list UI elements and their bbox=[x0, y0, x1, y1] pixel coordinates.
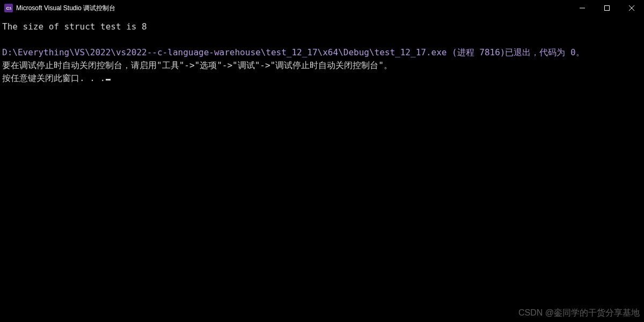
output-line: The size of struct test is 8 bbox=[2, 20, 642, 33]
cursor-icon bbox=[106, 79, 111, 80]
app-icon: C:\ bbox=[4, 4, 13, 12]
titlebar-left: C:\ Microsoft Visual Studio 调试控制台 bbox=[4, 4, 115, 13]
minimize-button[interactable] bbox=[570, 0, 595, 16]
window-controls bbox=[570, 0, 644, 16]
minimize-icon bbox=[580, 5, 585, 11]
svg-rect-1 bbox=[605, 6, 610, 11]
close-button[interactable] bbox=[619, 0, 644, 16]
blank-line bbox=[2, 33, 642, 46]
console-area[interactable]: The size of struct test is 8 D:\Everythi… bbox=[0, 16, 644, 87]
window-title: Microsoft Visual Studio 调试控制台 bbox=[16, 4, 115, 13]
watermark: CSDN @銮同学的干货分享基地 bbox=[518, 308, 640, 319]
maximize-button[interactable] bbox=[595, 0, 619, 16]
hint-line: 要在调试停止时自动关闭控制台，请启用"工具"->"选项"->"调试"->"调试停… bbox=[2, 59, 642, 72]
prompt-line: 按任意键关闭此窗口. . . bbox=[2, 72, 642, 85]
close-icon bbox=[629, 5, 634, 11]
exit-path-line: D:\Everything\VS\2022\vs2022--c-language… bbox=[2, 46, 642, 59]
titlebar: C:\ Microsoft Visual Studio 调试控制台 bbox=[0, 0, 644, 16]
maximize-icon bbox=[604, 5, 610, 11]
